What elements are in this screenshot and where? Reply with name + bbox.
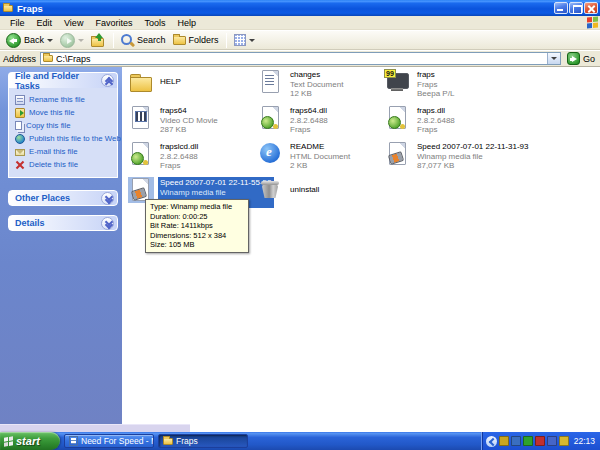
file-text: fraps64Video CD Movie287 KB (158, 105, 220, 136)
go-button[interactable]: Go (565, 52, 597, 65)
views-button[interactable] (232, 34, 257, 46)
file-item[interactable]: uninstall (258, 177, 388, 203)
views-icon (234, 34, 246, 46)
doc-video-icon (128, 105, 154, 131)
task-move-this-file[interactable]: Move this file (15, 106, 113, 119)
minimize-button[interactable] (554, 2, 568, 14)
file-detail: 12 KB (290, 89, 343, 99)
close-button[interactable] (584, 2, 598, 14)
collapse-chevron-icon[interactable] (101, 74, 114, 87)
delete-icon (15, 160, 25, 170)
tray-icon-1[interactable] (499, 436, 509, 446)
up-folder-icon (91, 33, 106, 47)
restore-button[interactable] (569, 2, 583, 14)
file-item[interactable]: fraps.dll2.8.2.6488Fraps (385, 105, 515, 136)
file-item[interactable]: fraps64Video CD Movie287 KB (128, 105, 258, 136)
file-text: Speed 2007-07-01 22-11-31-93Winamp media… (415, 141, 531, 172)
menu-bar: FileEditViewFavoritesToolsHelp (0, 16, 600, 30)
folder-icon (163, 438, 173, 445)
file-detail: 2.8.2.6488 (160, 152, 198, 162)
file-item[interactable]: READMEHTML Document2 KB (258, 141, 388, 172)
task-link-label: Rename this file (29, 95, 85, 104)
toolbar-separator (113, 33, 114, 48)
tooltip-line: Dimensions: 512 x 384 (150, 231, 244, 241)
tasks-box-title: File and Folder Tasks (15, 71, 101, 91)
forward-dropdown-icon (78, 39, 84, 42)
taskbar-task-fraps[interactable]: Fraps (158, 434, 248, 448)
expand-chevron-icon[interactable] (101, 192, 114, 205)
menu-favorites[interactable]: Favorites (89, 18, 138, 28)
folder-icon (128, 69, 154, 95)
file-name: changes (290, 70, 343, 80)
file-name: README (290, 142, 350, 152)
task-delete-this-file[interactable]: Delete this file (15, 158, 113, 171)
tasks-box-header[interactable]: File and Folder Tasks (8, 72, 118, 88)
file-detail: 2.8.2.6488 (290, 116, 328, 126)
window-bottom-edge (0, 424, 190, 432)
menu-help[interactable]: Help (171, 18, 202, 28)
file-item[interactable]: HELP (128, 69, 258, 95)
go-label: Go (583, 54, 595, 64)
tray-icon-4[interactable] (535, 436, 545, 446)
hide-icons-chevron[interactable] (486, 436, 497, 447)
file-detail: Beepa P/L (417, 89, 454, 99)
rename-icon (15, 95, 25, 105)
task-e-mail-this-file[interactable]: E-mail this file (15, 145, 113, 158)
address-input[interactable]: C:\Fraps (40, 52, 561, 65)
publish-icon (15, 134, 25, 144)
menu-edit[interactable]: Edit (31, 18, 59, 28)
task-publish-this-file-to-the-web[interactable]: Publish this file to the Web (15, 132, 113, 145)
task-label: Need For Speed - Ma... (81, 436, 154, 446)
title-bar: Fraps (0, 0, 600, 16)
toolbar-separator (226, 33, 227, 48)
start-label: start (16, 435, 40, 447)
tray-icon-6[interactable] (559, 436, 569, 446)
expand-chevron-icon[interactable] (101, 217, 114, 230)
tray-icon-3[interactable] (523, 436, 533, 446)
forward-button[interactable] (58, 33, 86, 48)
other-places-box: Other Places (8, 190, 118, 206)
file-item[interactable]: changesText Document12 KB (258, 69, 388, 100)
up-button[interactable] (89, 33, 108, 47)
system-tray: 22:13 (481, 432, 600, 450)
address-bar: Address C:\Fraps Go (0, 51, 600, 67)
go-icon (567, 52, 580, 65)
other-places-header[interactable]: Other Places (8, 190, 118, 206)
task-link-label: Delete this file (29, 160, 78, 169)
views-dropdown-icon (249, 39, 255, 42)
file-text: uninstall (288, 184, 321, 196)
forward-icon (60, 33, 75, 48)
file-item[interactable]: frapslcd.dll2.8.2.6488Fraps (128, 141, 258, 172)
task-link-label: Publish this file to the Web (29, 134, 121, 143)
tray-icon-2[interactable] (511, 436, 521, 446)
file-item[interactable]: fraps64.dll2.8.2.6488Fraps (258, 105, 388, 136)
file-detail: Fraps (160, 161, 198, 171)
tray-icon-5[interactable] (547, 436, 557, 446)
file-text: HELP (158, 76, 183, 88)
taskbar-clock[interactable]: 22:13 (574, 436, 595, 446)
file-name: fraps64.dll (290, 106, 328, 116)
file-item[interactable]: Speed 2007-07-01 22-11-31-93Winamp media… (385, 141, 515, 172)
details-header[interactable]: Details (8, 215, 118, 231)
file-item[interactable]: 99frapsFrapsBeepa P/L (385, 69, 515, 100)
trash-icon (258, 177, 284, 203)
address-dropdown-button[interactable] (547, 53, 560, 64)
search-button[interactable]: Search (119, 34, 168, 47)
file-area: Type: Winamp media fileDuration: 0:00:25… (122, 67, 600, 432)
taskbar-tasks: Need For Speed - Ma...Fraps (64, 434, 248, 448)
back-button[interactable]: Back (4, 33, 55, 48)
tray-icons (499, 436, 569, 446)
taskbar-task-need-for-speed-ma[interactable]: Need For Speed - Ma... (64, 434, 154, 448)
task-copy-this-file[interactable]: Copy this file (15, 119, 113, 132)
file-text: frapsFrapsBeepa P/L (415, 69, 456, 100)
folders-button[interactable]: Folders (171, 35, 221, 45)
window-controls (554, 2, 600, 14)
file-text: frapslcd.dll2.8.2.6488Fraps (158, 141, 200, 172)
tooltip: Type: Winamp media fileDuration: 0:00:25… (145, 199, 249, 253)
start-button[interactable]: start (0, 432, 60, 450)
menu-view[interactable]: View (58, 18, 89, 28)
ie-icon (258, 141, 284, 167)
menu-file[interactable]: File (4, 18, 31, 28)
task-rename-this-file[interactable]: Rename this file (15, 93, 113, 106)
menu-tools[interactable]: Tools (138, 18, 171, 28)
